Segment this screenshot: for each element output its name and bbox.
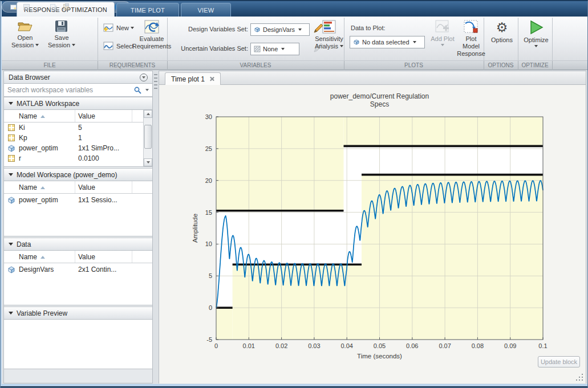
section-matlab-workspace[interactable]: MATLAB Workspace bbox=[4, 97, 152, 110]
design-variables-value: DesignVars bbox=[263, 26, 295, 33]
save-session-button[interactable]: Save Session bbox=[45, 20, 78, 49]
section-title: Data bbox=[17, 240, 31, 248]
sort-ascending-icon bbox=[40, 186, 45, 189]
variable-set-cube-icon bbox=[254, 26, 261, 33]
svg-text:20: 20 bbox=[205, 177, 212, 184]
sensitivity-analysis-icon bbox=[322, 20, 336, 34]
panel-menu-icon[interactable] bbox=[140, 73, 148, 81]
cut-icon: ✂ bbox=[35, 2, 44, 11]
section-label-optimize: OPTIMIZE bbox=[518, 62, 552, 68]
scroll-down-icon[interactable] bbox=[144, 158, 152, 166]
open-session-label: Open Session bbox=[9, 34, 42, 49]
add-plot-label: Add Plot bbox=[431, 35, 455, 43]
svg-text:-5: -5 bbox=[206, 336, 212, 343]
scissors-glyph: ✂ bbox=[37, 3, 43, 11]
save-glyph bbox=[23, 4, 30, 10]
sensitivity-analysis-button[interactable]: Sensitivity Analysis bbox=[314, 20, 344, 50]
plot-model-response-button[interactable]: Plot Model Response bbox=[458, 20, 484, 58]
new-label: New bbox=[116, 24, 129, 31]
star-glyph: + bbox=[14, 7, 18, 11]
gear-icon: ⚙ bbox=[496, 20, 508, 35]
options-label: Options bbox=[491, 36, 513, 44]
svg-text:0.1: 0.1 bbox=[538, 342, 547, 349]
table-row-r[interactable]: r 0.0100 bbox=[4, 153, 143, 164]
sort-ascending-icon bbox=[40, 256, 45, 259]
optimize-button[interactable]: Optimize bbox=[521, 20, 551, 47]
document-tab-strip: Time plot 1 bbox=[159, 71, 586, 85]
select-requirement-icon bbox=[103, 42, 113, 51]
collapse-triangle-icon bbox=[9, 173, 13, 176]
document-tab-label: Time plot 1 bbox=[171, 75, 205, 83]
redo-icon: ↷ bbox=[88, 2, 97, 11]
data-to-plot-combo[interactable]: No data selected bbox=[350, 36, 425, 48]
section-label-plots: PLOTS bbox=[344, 62, 484, 68]
app-window: RESPONSE OPTIMIZATION TIME PLOT VIEW + ✂… bbox=[0, 0, 588, 388]
section-model-workspace[interactable]: Model Workspace (power_demo) bbox=[4, 168, 152, 181]
data-cube-icon bbox=[353, 39, 360, 46]
collapse-triangle-icon bbox=[9, 243, 13, 246]
evaluate-requirements-label: Evaluate Requirements bbox=[132, 35, 171, 50]
close-icon[interactable] bbox=[209, 76, 214, 81]
dropdown-arrow-icon bbox=[413, 41, 416, 43]
design-variables-label: Design Variables Set: bbox=[173, 26, 248, 32]
evaluate-requirements-button[interactable]: Evaluate Requirements bbox=[134, 20, 169, 50]
table-row-Ki[interactable]: Ki 5 bbox=[4, 122, 143, 133]
ribbon: Open Session Save Session New Select Eva… bbox=[2, 17, 587, 61]
data-table: Name Value DesignVars 2x1 Contin... bbox=[4, 251, 152, 305]
add-plot-icon bbox=[435, 20, 450, 34]
open-session-button[interactable]: Open Session bbox=[9, 20, 42, 49]
scrollbar-thumb[interactable] bbox=[144, 125, 152, 149]
update-block-label: Update block bbox=[541, 358, 577, 365]
section-divider bbox=[552, 18, 553, 60]
data-to-plot-value: No data selected bbox=[362, 39, 409, 46]
search-icon[interactable] bbox=[133, 86, 143, 95]
sensitivity-analysis-label: Sensitivity Analysis bbox=[314, 35, 344, 50]
copy-icon bbox=[48, 2, 58, 11]
section-label-options: OPTIONS bbox=[484, 62, 518, 68]
evaluate-requirements-icon bbox=[144, 20, 159, 34]
tab-time-plot-1[interactable]: Time plot 1 bbox=[165, 72, 221, 85]
dropdown-arrow-icon bbox=[35, 44, 39, 46]
svg-text:0.07: 0.07 bbox=[439, 342, 451, 349]
new-window-glyph: + bbox=[10, 5, 17, 10]
options-button[interactable]: ⚙ Options bbox=[487, 20, 517, 44]
workspace-scrollbar[interactable] bbox=[143, 110, 152, 166]
new-requirement-button[interactable]: New bbox=[103, 23, 134, 32]
collapse-triangle-icon bbox=[9, 102, 13, 105]
table-row-Kp[interactable]: Kp 1 bbox=[4, 133, 143, 143]
table-row-power-optim-session[interactable]: power_optim 1x1 Sessio... bbox=[4, 195, 143, 205]
collapse-triangle-icon bbox=[9, 312, 13, 315]
svg-text:0: 0 bbox=[209, 304, 212, 311]
design-variables-combo[interactable]: DesignVars bbox=[250, 23, 310, 36]
section-data[interactable]: Data bbox=[4, 238, 152, 251]
search-input[interactable] bbox=[4, 86, 133, 94]
table-header[interactable]: Name Value bbox=[4, 251, 152, 263]
optimize-label: Optimize bbox=[524, 36, 548, 44]
variable-preview-area bbox=[4, 320, 152, 369]
collapse-ribbon-icon[interactable] bbox=[578, 7, 583, 17]
uncertain-variables-combo[interactable]: None bbox=[250, 43, 299, 55]
select-label: Select bbox=[116, 43, 134, 50]
tab-time-plot[interactable]: TIME PLOT bbox=[116, 3, 179, 17]
table-row-designvars[interactable]: DesignVars 2x1 Contin... bbox=[4, 264, 143, 275]
svg-text:0.04: 0.04 bbox=[340, 342, 352, 349]
open-folder-icon bbox=[17, 20, 33, 32]
tab-view[interactable]: VIEW bbox=[181, 3, 231, 17]
object-icon bbox=[7, 196, 15, 204]
table-header[interactable]: Name Value bbox=[4, 181, 152, 194]
svg-text:0.05: 0.05 bbox=[374, 342, 386, 349]
data-browser-title: Data Browser bbox=[9, 73, 50, 81]
update-block-button[interactable]: Update block bbox=[538, 356, 580, 367]
select-requirement-button[interactable]: Select bbox=[103, 42, 134, 51]
table-row-power-optim[interactable]: power_optim 1x1 SimPro... bbox=[4, 143, 143, 153]
table-header[interactable]: Name Value bbox=[4, 110, 152, 122]
search-options-arrow-icon[interactable] bbox=[145, 89, 149, 91]
resize-grip-icon[interactable] bbox=[582, 379, 583, 381]
panel-splitter[interactable] bbox=[153, 71, 159, 383]
section-variable-preview[interactable]: Variable Preview bbox=[4, 307, 152, 320]
chevron-down-icon bbox=[142, 76, 145, 79]
scroll-up-icon[interactable] bbox=[144, 110, 152, 118]
object-icon bbox=[7, 266, 15, 273]
redo-glyph: ↷ bbox=[90, 3, 95, 11]
undo-icon: ↶ bbox=[75, 2, 84, 11]
